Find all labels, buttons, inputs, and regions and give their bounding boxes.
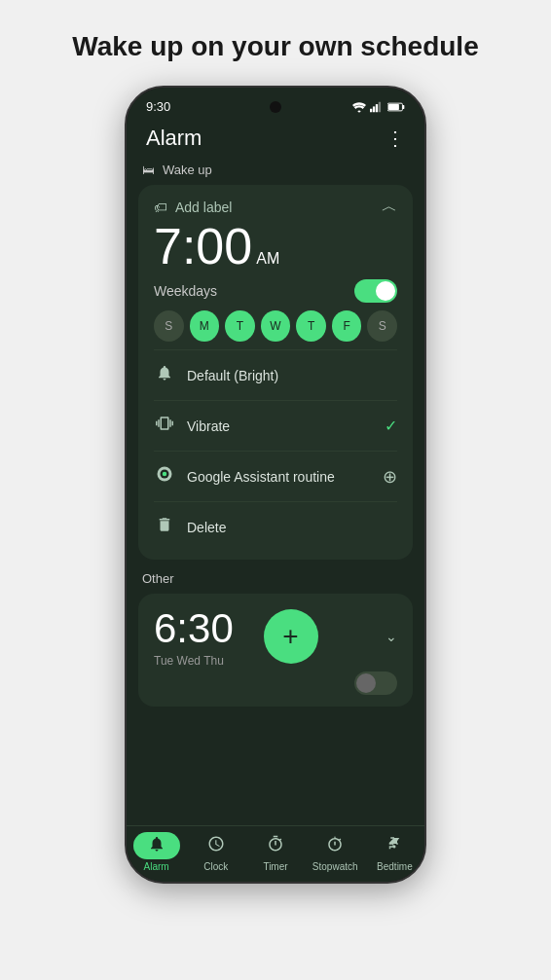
divider-2 xyxy=(154,400,397,401)
option-assistant[interactable]: Google Assistant routine ⊕ xyxy=(154,455,397,497)
ringtone-label: Default (Bright) xyxy=(187,368,397,383)
alarm-card[interactable]: 🏷 Add label ︿ 7:00 AM Weekdays xyxy=(138,185,413,560)
phone-wrapper: 9:30 xyxy=(125,86,426,884)
nav-item-bedtime[interactable]: Bedtime xyxy=(365,832,424,872)
phone-screen: 9:30 xyxy=(127,88,424,882)
nav-stopwatch-label: Stopwatch xyxy=(312,861,358,872)
fab-add-button[interactable]: + xyxy=(264,609,318,664)
clock-nav-icon xyxy=(207,835,225,857)
scroll-content: 🛏 Wake up 🏷 Add label ︿ 7:00 AM xyxy=(127,163,424,825)
other-alarm-card[interactable]: 6:30 Tue Wed Thu + ⌄ xyxy=(138,594,413,707)
nav-bedtime-label: Bedtime xyxy=(377,861,413,872)
svg-rect-0 xyxy=(370,108,372,112)
option-vibrate[interactable]: Vibrate ✓ xyxy=(154,405,397,447)
chevron-up-button[interactable]: ︿ xyxy=(382,197,397,217)
timer-nav-icon xyxy=(267,835,284,857)
add-label[interactable]: 🏷 Add label xyxy=(154,200,232,215)
svg-point-9 xyxy=(163,472,167,477)
other-label: Other xyxy=(138,571,413,586)
more-button[interactable]: ⋮ xyxy=(386,127,405,150)
page-title: Wake up on your own schedule xyxy=(72,31,478,62)
status-icons xyxy=(352,101,405,113)
divider-4 xyxy=(154,501,397,502)
nav-alarm-label: Alarm xyxy=(144,861,169,872)
day-fri[interactable]: F xyxy=(332,310,362,342)
svg-rect-3 xyxy=(379,101,381,112)
other-alarm-top: 6:30 Tue Wed Thu + ⌄ xyxy=(154,605,397,668)
wifi-icon xyxy=(352,101,366,113)
day-wed[interactable]: W xyxy=(261,310,291,342)
app-title: Alarm xyxy=(146,126,202,151)
stopwatch-nav-icon xyxy=(326,835,344,857)
other-alarm-time[interactable]: 6:30 xyxy=(154,605,234,652)
nav-alarm-icon-wrap xyxy=(133,832,180,859)
option-ringtone[interactable]: Default (Bright) xyxy=(154,354,397,396)
nav-bedtime-icon-wrap xyxy=(371,832,418,859)
option-delete[interactable]: Delete xyxy=(154,506,397,548)
status-time: 9:30 xyxy=(146,99,170,114)
weekdays-toggle[interactable] xyxy=(354,279,397,303)
vibrate-check-icon: ✓ xyxy=(385,417,397,435)
svg-rect-6 xyxy=(388,104,399,110)
divider-1 xyxy=(154,349,397,350)
add-label-row: 🏷 Add label ︿ xyxy=(154,197,397,217)
camera-cutout xyxy=(270,101,281,113)
nav-item-stopwatch[interactable]: Stopwatch xyxy=(306,832,365,872)
alarm-nav-icon xyxy=(148,835,165,857)
vibrate-icon xyxy=(154,415,175,437)
svg-rect-1 xyxy=(373,106,375,112)
nav-timer-label: Timer xyxy=(263,861,287,872)
wake-up-section-label: 🛏 Wake up xyxy=(138,163,413,177)
day-tue[interactable]: T xyxy=(225,310,255,342)
bedtime-nav-icon xyxy=(386,835,403,857)
nav-timer-icon-wrap xyxy=(252,832,299,859)
weekdays-row: Weekdays xyxy=(154,279,397,303)
delete-icon xyxy=(154,516,175,538)
bed-icon: 🛏 xyxy=(142,163,155,177)
nav-item-timer[interactable]: Timer xyxy=(245,832,305,872)
delete-label: Delete xyxy=(187,520,397,535)
ringtone-icon xyxy=(154,364,175,386)
alarm-time[interactable]: 7:00 xyxy=(154,221,252,272)
svg-rect-2 xyxy=(376,104,378,112)
other-alarm-bottom xyxy=(154,671,397,695)
nav-stopwatch-icon-wrap xyxy=(312,832,358,859)
weekdays-label: Weekdays xyxy=(154,283,217,299)
other-alarm-days: Tue Wed Thu xyxy=(154,654,234,668)
label-icon: 🏷 xyxy=(154,200,167,215)
nav-clock-icon-wrap xyxy=(193,832,239,859)
svg-rect-5 xyxy=(402,105,404,109)
nav-item-alarm[interactable]: Alarm xyxy=(127,832,186,872)
day-mon[interactable]: M xyxy=(190,310,220,342)
assistant-label: Google Assistant routine xyxy=(187,469,371,485)
nav-item-clock[interactable]: Clock xyxy=(186,832,245,872)
day-sun[interactable]: S xyxy=(154,310,184,342)
other-alarm-info: 6:30 Tue Wed Thu xyxy=(154,605,234,668)
bottom-nav: Alarm Clock Timer xyxy=(127,825,424,882)
other-alarm-chevron[interactable]: ⌄ xyxy=(386,629,397,644)
signal-icon xyxy=(370,101,384,113)
assistant-icon xyxy=(154,465,175,488)
other-section: Other 6:30 Tue Wed Thu + ⌄ xyxy=(138,571,413,707)
day-sat[interactable]: S xyxy=(367,310,397,342)
other-alarm-toggle[interactable] xyxy=(354,671,397,695)
nav-clock-label: Clock xyxy=(203,861,228,872)
vibrate-label: Vibrate xyxy=(187,418,373,434)
alarm-time-row: 7:00 AM xyxy=(154,221,397,272)
alarm-ampm: AM xyxy=(256,250,279,268)
day-thu[interactable]: T xyxy=(296,310,326,342)
divider-3 xyxy=(154,451,397,452)
app-header: Alarm ⋮ xyxy=(127,118,424,163)
assistant-add-icon[interactable]: ⊕ xyxy=(383,466,397,488)
days-row: S M T W T F S xyxy=(154,310,397,342)
battery-icon xyxy=(387,101,405,113)
